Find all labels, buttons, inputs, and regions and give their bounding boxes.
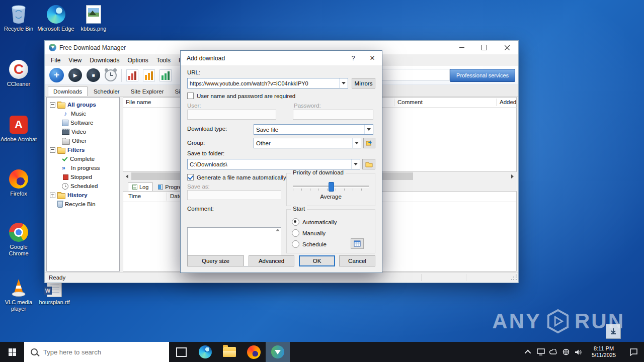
tab-scheduler[interactable]: Scheduler: [89, 87, 125, 96]
resize-grip[interactable]: [511, 274, 518, 281]
column-time[interactable]: Time: [128, 193, 141, 199]
taskbar-fdm-button[interactable]: [266, 342, 290, 362]
dialog-close-button[interactable]: ✕: [363, 51, 382, 65]
task-view-button[interactable]: [169, 342, 193, 362]
radio-selected-icon[interactable]: [292, 218, 299, 226]
group-combobox[interactable]: Other: [254, 138, 361, 148]
query-size-button[interactable]: Query size: [187, 255, 244, 266]
close-button[interactable]: [496, 41, 518, 54]
advanced-button[interactable]: Advanced: [249, 255, 294, 266]
tree-item-history[interactable]: History: [47, 191, 119, 200]
menu-file[interactable]: File: [47, 56, 64, 65]
menu-view[interactable]: View: [64, 56, 86, 65]
menu-tools[interactable]: Tools: [152, 56, 175, 65]
radio-icon[interactable]: [292, 229, 299, 237]
desktop-icon-chrome[interactable]: Google Chrome: [0, 222, 37, 257]
tree-item-in-progress[interactable]: » In progress: [47, 163, 119, 172]
ok-button[interactable]: OK: [299, 255, 335, 266]
tree-item-video[interactable]: Video: [47, 127, 119, 136]
autoname-checkbox-row[interactable]: Generate a file name automatically: [187, 174, 286, 180]
chevron-down-icon[interactable]: [364, 125, 373, 134]
display-tray-icon[interactable]: [534, 342, 547, 362]
tree-item-music[interactable]: ♪ Music: [47, 109, 119, 118]
desktop-icon-kbbus[interactable]: kbbus.png: [75, 4, 112, 32]
chevron-down-icon[interactable]: [339, 78, 348, 88]
mirrors-button[interactable]: Mirrors: [352, 78, 375, 88]
minimize-button[interactable]: [450, 41, 473, 54]
desktop-icon-ccleaner[interactable]: C CCleaner: [0, 59, 37, 87]
action-center-button[interactable]: [623, 342, 644, 362]
tree-item-filters[interactable]: Filters: [47, 145, 119, 154]
taskbar-clock[interactable]: 8:11 PM 5/11/2025: [585, 345, 623, 358]
stop-button[interactable]: ■: [87, 68, 100, 82]
tree-item-other[interactable]: Other: [47, 136, 119, 145]
auth-checkbox[interactable]: [187, 93, 194, 99]
tree-item-all-groups[interactable]: All groups: [47, 100, 119, 109]
desktop-icon-acrobat[interactable]: A Adobe Acrobat: [0, 115, 37, 143]
chevron-down-icon[interactable]: [352, 138, 361, 148]
scroll-right-button[interactable]: [508, 172, 517, 180]
hidden-icons-chevron[interactable]: [522, 342, 534, 362]
desktop-icon-edge[interactable]: Microsoft Edge: [37, 4, 74, 32]
maximize-button[interactable]: [473, 41, 496, 54]
volume-tray-icon[interactable]: [572, 342, 585, 362]
radio-icon[interactable]: [292, 240, 299, 248]
add-download-button[interactable]: +: [49, 68, 64, 82]
tree-item-scheduled[interactable]: Scheduled: [47, 182, 119, 191]
tab-log[interactable]: Log: [128, 183, 153, 191]
scheduler-alarm-button[interactable]: [105, 69, 117, 81]
priority-slider-thumb[interactable]: [329, 182, 334, 192]
start-manually-option[interactable]: Manually: [292, 229, 326, 237]
taskbar-search[interactable]: [24, 342, 169, 362]
menu-downloads[interactable]: Downloads: [86, 56, 123, 65]
tab-downloads[interactable]: Downloads: [48, 86, 88, 96]
start-automatically-option[interactable]: Automatically: [292, 218, 337, 226]
cancel-button[interactable]: Cancel: [339, 255, 375, 266]
column-comment[interactable]: Comment: [397, 99, 423, 105]
start-button[interactable]: [0, 342, 24, 362]
column-added[interactable]: Added: [500, 99, 516, 105]
desktop-icon-recycle-bin[interactable]: Recycle Bin: [0, 4, 37, 32]
browse-folder-button[interactable]: [362, 159, 375, 169]
professional-services-button[interactable]: Professional services: [450, 69, 515, 82]
tree-item-recycle-bin[interactable]: Recycle Bin: [47, 200, 119, 209]
dialog-titlebar[interactable]: Add download ? ✕: [181, 51, 382, 65]
ccleaner-icon: C: [9, 59, 29, 79]
taskbar-explorer-button[interactable]: [217, 342, 242, 362]
auth-checkbox-row[interactable]: User name and password are required: [187, 93, 295, 99]
autoname-checkbox[interactable]: [187, 174, 194, 180]
schedule-settings-button[interactable]: [351, 238, 364, 249]
speed-chart-button[interactable]: [126, 69, 138, 81]
taskbar-firefox-button[interactable]: [242, 342, 266, 362]
resume-button[interactable]: ▶: [68, 68, 82, 82]
taskbar-edge-button[interactable]: [193, 342, 217, 362]
tree-item-stopped[interactable]: Stopped: [47, 172, 119, 182]
tree-item-complete[interactable]: Complete: [47, 154, 119, 163]
help-button[interactable]: ?: [344, 51, 363, 65]
chevron-down-icon[interactable]: [351, 159, 360, 169]
desktop-icon-vlc[interactable]: VLC media player: [0, 278, 37, 312]
expand-icon[interactable]: [50, 193, 55, 198]
search-input[interactable]: [42, 341, 169, 362]
scroll-left-button[interactable]: [123, 172, 131, 180]
cloud-tray-icon[interactable]: [547, 342, 559, 362]
save-folder-value: C:\Downloads\: [188, 161, 351, 167]
desktop-icon-firefox[interactable]: Firefox: [0, 169, 37, 197]
download-type-combobox[interactable]: Save file: [254, 124, 373, 135]
save-folder-combobox[interactable]: C:\Downloads\: [187, 159, 360, 169]
stats-chart-button[interactable]: [159, 69, 172, 81]
menu-options[interactable]: Options: [124, 56, 152, 65]
watermark-download-button[interactable]: [606, 324, 621, 339]
collapse-icon[interactable]: [50, 102, 55, 108]
add-group-button[interactable]: [363, 138, 375, 148]
url-combobox[interactable]: https://www.youtube.com/watch?v=iC04nkkI…: [187, 78, 348, 88]
collapse-icon[interactable]: [50, 147, 55, 153]
start-schedule-option[interactable]: Schedule: [292, 240, 327, 248]
traffic-chart-button[interactable]: [143, 69, 155, 81]
tab-site-explorer[interactable]: Site Explorer: [126, 87, 169, 96]
network-tray-icon[interactable]: [559, 342, 572, 362]
url-value[interactable]: https://www.youtube.com/watch?v=iC04nkkI…: [188, 80, 339, 86]
tree-item-software[interactable]: Software: [47, 118, 119, 127]
scroll-up-icon[interactable]: [276, 229, 280, 231]
column-file-name[interactable]: File name: [126, 99, 151, 105]
